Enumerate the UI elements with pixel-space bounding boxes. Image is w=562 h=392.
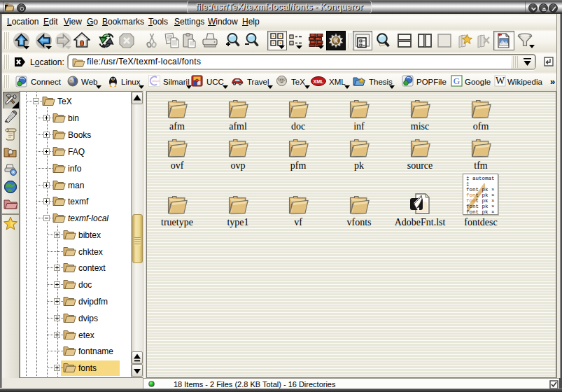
svg-text:XML: XML (314, 79, 325, 84)
svg-text:W: W (496, 76, 505, 86)
svg-text:silmaril: silmaril (152, 80, 160, 83)
svg-text:G: G (454, 76, 460, 86)
